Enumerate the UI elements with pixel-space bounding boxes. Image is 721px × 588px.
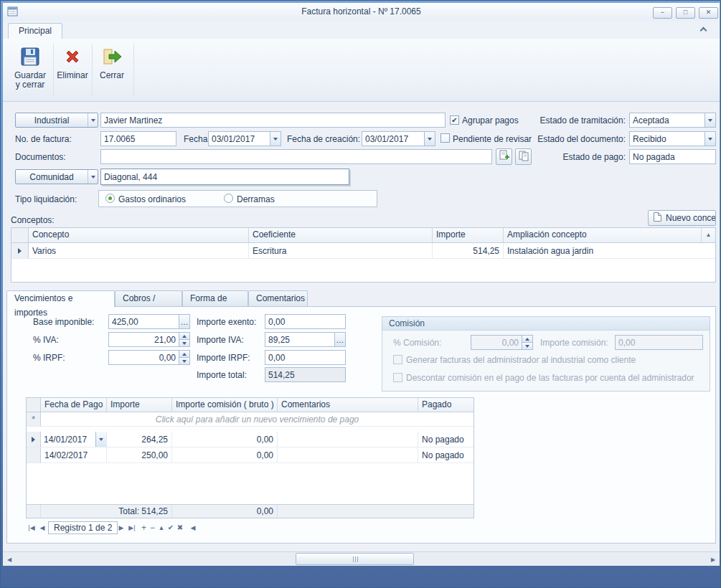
ellipsis-button[interactable]: … (179, 315, 189, 328)
tab-cobros-pagos[interactable]: Cobros / Pagos (115, 290, 182, 306)
tab-comentarios[interactable]: Comentarios (248, 290, 308, 306)
cell-comision[interactable]: 0,00 (172, 432, 278, 447)
nav-endedit-button[interactable]: ✔ (166, 522, 175, 534)
ribbon-tab-principal[interactable]: Principal (8, 23, 62, 39)
scroll-left-button[interactable]: ◀ (3, 553, 16, 566)
horizontal-scrollbar[interactable]: ◀ ▶ (3, 551, 720, 566)
spin-buttons[interactable] (179, 351, 189, 364)
column-header-coeficiente[interactable]: Coeficiente (249, 228, 433, 242)
chevron-down-icon[interactable] (88, 113, 98, 127)
scrollbar-thumb[interactable] (296, 553, 414, 565)
pct-iva-spinner[interactable]: 21,00 (108, 332, 190, 347)
chevron-down-icon[interactable] (270, 132, 281, 146)
base-imponible-field[interactable]: 425,00 … (108, 314, 190, 329)
nav-cancel-button[interactable]: ✖ (176, 522, 184, 534)
cell-fecha-pago[interactable]: 14/01/2017 (41, 432, 107, 447)
importe-exento-field[interactable]: 0,00 (265, 314, 346, 329)
cell-comentarios[interactable] (278, 432, 418, 447)
nav-last-button[interactable]: ▶| (126, 522, 138, 534)
industrial-name-field[interactable]: Javier Martinez (100, 113, 446, 128)
ribbon-tab-row: Principal (3, 21, 720, 39)
spin-buttons[interactable] (179, 333, 189, 346)
chevron-down-icon[interactable] (704, 113, 715, 127)
fecha-creacion-date-picker[interactable]: 03/01/2017 (362, 131, 435, 146)
vencimiento-row[interactable]: 14/02/2017 250,00 0,00 No pagado (27, 447, 473, 463)
importe-total-label: Importe total: (197, 370, 247, 380)
chevron-down-icon[interactable] (424, 132, 435, 146)
column-header-pagado[interactable]: Pagado (418, 398, 473, 412)
nav-edit-button[interactable]: ▲ (157, 522, 166, 534)
no-factura-field[interactable]: 17.0065 (100, 131, 176, 146)
ellipsis-button[interactable]: … (334, 333, 345, 346)
cell-fecha-pago[interactable]: 14/02/2017 (41, 447, 107, 463)
cell-importe[interactable]: 514,25 (433, 243, 504, 258)
nav-delete-button[interactable]: − (149, 522, 156, 534)
tab-vencimientos[interactable]: Vencimientos e importes (6, 290, 115, 307)
column-header-concepto[interactable]: Concepto (29, 228, 249, 242)
column-header-comentarios[interactable]: Comentarios (278, 398, 418, 412)
add-document-icon (499, 150, 510, 163)
gastos-ordinarios-radio[interactable] (105, 194, 115, 203)
chevron-down-icon[interactable] (704, 132, 715, 146)
chevron-down-icon[interactable] (88, 170, 98, 184)
cell-ampliacion[interactable]: Instalación agua jardin (504, 243, 715, 258)
nav-scroll-left-button[interactable]: ◀ (189, 522, 197, 534)
nav-append-button[interactable]: + (140, 522, 148, 534)
agrupar-pagos-checkbox[interactable]: ✔ (450, 115, 459, 125)
column-header-importe[interactable]: Importe (107, 398, 172, 412)
pct-irpf-spinner[interactable]: 0,00 (108, 350, 190, 365)
column-header-fecha-pago[interactable]: Fecha de Pago (41, 398, 107, 412)
estado-pago-field[interactable]: No pagada (629, 149, 716, 164)
nav-next-button[interactable]: ▶ (117, 522, 126, 534)
derramas-radio[interactable] (224, 194, 233, 203)
cell-importe[interactable]: 250,00 (107, 447, 172, 463)
add-document-button[interactable] (496, 148, 512, 165)
cell-pagado[interactable]: No pagado (418, 432, 473, 447)
column-header-importe[interactable]: Importe (433, 228, 504, 242)
chevron-up-icon (700, 27, 707, 34)
chevron-down-icon[interactable] (95, 432, 106, 447)
importe-total-value: 514,25 (265, 370, 345, 380)
collapse-ribbon-button[interactable] (697, 24, 711, 36)
record-position: Registro 1 de 2 (48, 521, 118, 534)
tab-forma-pago[interactable]: Forma de pago (182, 290, 248, 306)
nav-prev-button[interactable]: ◀ (38, 522, 47, 534)
new-row-hint[interactable]: Click aquí para añadir un nuevo vencimie… (41, 412, 473, 426)
cell-coeficiente[interactable]: Escritura (249, 243, 433, 258)
minimize-button[interactable]: − (653, 7, 672, 19)
close-form-label: Cerrar (95, 71, 128, 80)
fecha-date-picker[interactable]: 03/01/2017 (208, 131, 281, 146)
nav-first-button[interactable]: |◀ (26, 522, 37, 534)
derramas-label: Derramas (237, 194, 275, 204)
conceptos-row[interactable]: Varios Escritura 514,25 Instalación agua… (11, 243, 715, 259)
documentos-field[interactable] (100, 149, 492, 164)
cell-concepto[interactable]: Varios (29, 243, 249, 258)
scroll-up-icon[interactable]: ▲ (702, 228, 715, 242)
importe-irpf-field[interactable]: 0,00 (265, 350, 346, 365)
documentos-label: Documentos: (15, 152, 66, 162)
cell-pagado[interactable]: No pagado (418, 447, 473, 463)
comunidad-button[interactable]: Comunidad (15, 169, 98, 184)
comunidad-field[interactable]: Diagonal, 444 (100, 169, 349, 185)
scroll-right-button[interactable]: ▶ (707, 553, 720, 566)
estado-documento-select[interactable]: Recibido (629, 131, 716, 146)
nuevo-concepto-button[interactable]: Nuevo concepto (648, 210, 716, 226)
close-button[interactable]: ✕ (699, 7, 718, 19)
importe-iva-label: Importe IVA: (197, 335, 244, 345)
vencimiento-row[interactable]: 14/01/2017 264,25 0,00 No pagado (27, 432, 473, 447)
pendiente-revisar-checkbox[interactable] (440, 133, 450, 143)
column-header-ampliacion[interactable]: Ampliación concepto (504, 228, 702, 242)
cell-comision[interactable]: 0,00 (172, 447, 278, 463)
restore-button[interactable]: □ (676, 7, 695, 19)
save-close-button[interactable]: Guardar y cerrar (11, 41, 49, 98)
cell-importe[interactable]: 264,25 (107, 432, 172, 447)
column-header-comision-bruto[interactable]: Importe comisión ( bruto ) (172, 398, 278, 412)
cell-comentarios[interactable] (278, 447, 418, 463)
importe-iva-field[interactable]: 89,25 … (265, 332, 346, 347)
delete-button[interactable]: Eliminar (56, 41, 89, 98)
close-form-button[interactable]: Cerrar (95, 41, 129, 98)
save-close-label: Guardar y cerrar (12, 71, 48, 90)
new-row[interactable]: * Click aquí para añadir un nuevo vencim… (27, 412, 473, 427)
industrial-button[interactable]: Industrial (15, 113, 98, 128)
estado-tramitacion-select[interactable]: Aceptada (629, 113, 716, 128)
